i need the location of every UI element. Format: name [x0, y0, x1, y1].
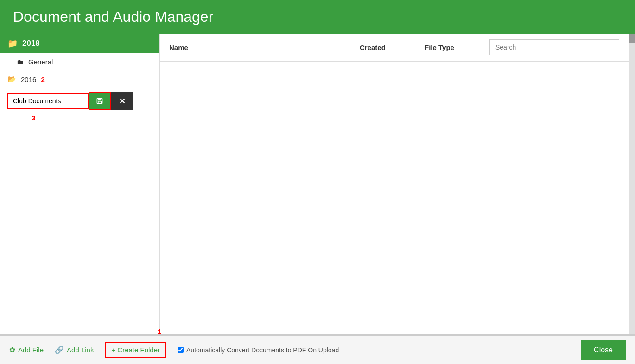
- folder-name-input[interactable]: [7, 93, 89, 109]
- auto-convert-label[interactable]: Automatically Convert Documents to PDF O…: [178, 346, 339, 354]
- sidebar-item-2016-label: 2016: [21, 75, 36, 83]
- main-container: 📁 2018 🖿 General 📂 2016 2: [0, 34, 635, 334]
- close-button[interactable]: Close: [581, 340, 626, 360]
- col-filetype-header: File Type: [425, 44, 489, 51]
- svg-rect-3: [99, 102, 101, 103]
- table-header: Name Created File Type: [160, 34, 629, 62]
- svg-rect-1: [98, 98, 101, 100]
- add-link-button[interactable]: 🔗 Add Link: [55, 345, 94, 354]
- add-file-icon: ✿: [9, 345, 15, 354]
- create-folder-button[interactable]: + Create Folder: [105, 342, 166, 358]
- footer: 1 ✿ Add File 🔗 Add Link + Create Folder …: [0, 334, 635, 364]
- cancel-icon: ✕: [119, 97, 125, 106]
- sidebar: 📁 2018 🖿 General 📂 2016 2: [0, 34, 160, 334]
- col-created-header: Created: [360, 44, 425, 51]
- annotation-1: 1: [158, 327, 161, 335]
- app-header: Document and Audio Manager: [0, 0, 635, 34]
- save-icon: [96, 96, 103, 106]
- table-body: [160, 62, 629, 334]
- sidebar-item-general[interactable]: 🖿 General: [0, 53, 159, 70]
- inline-edit-area: ✕: [7, 92, 152, 110]
- folder-icon-general: 🖿: [17, 58, 24, 66]
- add-file-label: Add File: [18, 346, 44, 354]
- scrollbar-thumb[interactable]: [629, 34, 635, 43]
- add-file-button[interactable]: ✿ Add File: [9, 345, 44, 354]
- sidebar-item-2018-label: 2018: [22, 39, 40, 48]
- annotation-3: 3: [32, 114, 159, 122]
- app-title: Document and Audio Manager: [13, 8, 213, 25]
- search-input[interactable]: [489, 39, 619, 55]
- col-name-header: Name: [169, 44, 360, 51]
- add-link-label: Add Link: [67, 346, 94, 354]
- auto-convert-checkbox[interactable]: [178, 347, 184, 353]
- cancel-folder-button[interactable]: ✕: [111, 92, 133, 110]
- save-folder-button[interactable]: [89, 92, 111, 110]
- add-link-icon: 🔗: [55, 345, 64, 354]
- folder-icon-2018: 📁: [7, 38, 18, 49]
- sidebar-item-2018[interactable]: 📁 2018: [0, 34, 159, 53]
- badge-2: 2: [41, 75, 44, 83]
- content-area: Name Created File Type: [160, 34, 629, 334]
- folder-icon-2016: 📂: [7, 75, 16, 83]
- scrollbar-track[interactable]: [629, 34, 635, 334]
- search-container: [489, 39, 619, 55]
- auto-convert-text: Automatically Convert Documents to PDF O…: [186, 346, 339, 354]
- create-folder-label: + Create Folder: [111, 346, 160, 354]
- sidebar-item-general-label: General: [28, 58, 53, 66]
- close-label: Close: [594, 346, 613, 354]
- sidebar-item-2016[interactable]: 📂 2016 2: [0, 70, 159, 88]
